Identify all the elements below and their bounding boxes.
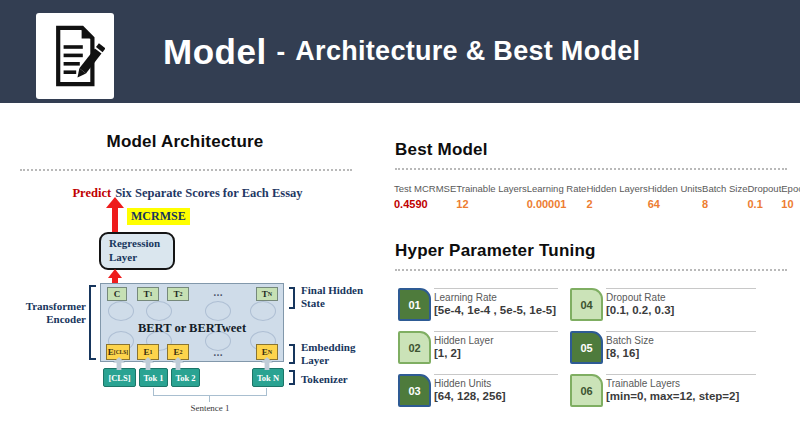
hidden-state-cell: T1 xyxy=(137,287,159,301)
tokenizer-label: Tokenizer xyxy=(301,373,379,386)
best-model-column: Trainable Layers 12 xyxy=(456,183,526,210)
hyper-item-rule xyxy=(434,288,558,289)
token-cell: [CLS] xyxy=(103,368,136,387)
hyper-item-values: [8, 16] xyxy=(606,347,756,359)
hyper-item-number: 05 xyxy=(570,331,603,364)
best-model-column: Hidden Units 64 xyxy=(648,183,702,210)
hyper-item-values: [1, 2] xyxy=(434,347,558,359)
best-model-heading: Best Model xyxy=(395,140,488,160)
cell-sub: [CLS] xyxy=(114,349,128,355)
network-node xyxy=(146,301,172,321)
best-model-divider xyxy=(395,168,787,170)
document-pencil-icon xyxy=(36,13,114,99)
bert-model-label: BERT or BERTweet xyxy=(100,321,284,336)
transformer-encoder-label: Transformer Encoder xyxy=(12,300,86,326)
predict-arrow-body xyxy=(112,207,118,234)
hyper-item: Dropout Rate [0.1, 0.2, 0.3] xyxy=(606,288,756,316)
hyper-item-values: [64, 128, 256] xyxy=(434,390,558,402)
slide-title-secondary: Architecture & Best Model xyxy=(295,36,640,67)
column-label: Dropout xyxy=(747,183,781,194)
hidden-state-cell: C xyxy=(107,287,127,301)
hyper-item-rule xyxy=(434,374,558,375)
hyper-item: Trainable Layers [min=0, max=12, step=2] xyxy=(606,374,756,402)
final-hidden-bracket xyxy=(289,287,295,309)
slide-title-separator: - xyxy=(277,36,286,67)
column-label: Trainable Layers xyxy=(456,183,526,194)
hyper-item-number: 01 xyxy=(398,288,431,321)
hyper-tuning-heading: Hyper Parameter Tuning xyxy=(395,241,596,261)
hyper-item-values: [0.1, 0.2, 0.3] xyxy=(606,304,756,316)
embedding-cell: E[CLS] xyxy=(106,344,130,360)
hidden-state-ellipsis: … xyxy=(202,287,234,298)
network-node xyxy=(250,301,276,321)
regression-layer-box: Regression Layer xyxy=(99,232,175,270)
embedding-layer-label: Embedding Layer xyxy=(301,341,379,367)
hidden-state-cell: TN xyxy=(256,287,278,301)
hidden-state-cell: T2 xyxy=(167,287,189,301)
hyper-item-values: [5e-4, 1e-4 , 5e-5, 1e-5] xyxy=(434,304,558,316)
hyper-item-number: 06 xyxy=(570,374,603,407)
column-label: Batch Size xyxy=(702,183,747,194)
best-model-column: Hidden Layers 2 xyxy=(586,183,647,210)
regression-layer-line2: Layer xyxy=(109,251,173,265)
hyper-item-label: Learning Rate xyxy=(434,292,558,303)
cell-text: C xyxy=(114,289,121,299)
hyper-item-rule xyxy=(434,331,558,332)
slide-title-primary: Model xyxy=(163,32,267,72)
predict-caption-text: Six Separate Scores for Each Essay xyxy=(115,186,302,200)
column-value: 12 xyxy=(456,198,526,210)
predict-caption: PredictSix Separate Scores for Each Essa… xyxy=(15,186,360,201)
column-label: Hidden Units xyxy=(648,183,702,194)
hyper-item-label: Batch Size xyxy=(606,335,756,346)
hyper-item-values: [min=0, max=12, step=2] xyxy=(606,390,756,402)
hyper-item-label: Hidden Units xyxy=(434,378,558,389)
hyper-item: Learning Rate [5e-4, 1e-4 , 5e-5, 1e-5] xyxy=(434,288,558,316)
embedding-ellipsis: … xyxy=(202,347,234,358)
column-value: 8 xyxy=(702,198,747,210)
sentence-label: Sentence 1 xyxy=(160,403,260,413)
regression-layer-line1: Regression xyxy=(109,237,173,251)
column-label: Test MCRMSE xyxy=(394,183,456,194)
column-label: Hidden Layers xyxy=(586,183,647,194)
embedding-bracket xyxy=(289,344,295,364)
mcrmse-badge: MCRMSE xyxy=(127,208,190,225)
hyper-tuning-divider xyxy=(395,269,787,271)
best-model-column: Batch Size 8 xyxy=(702,183,747,210)
sentence-connector xyxy=(153,388,267,396)
header-bar: Model - Architecture & Best Model xyxy=(0,0,800,103)
token-cell: Tok N xyxy=(252,368,284,387)
hyper-item-number: 03 xyxy=(398,374,431,407)
cell-sub: N xyxy=(268,291,272,297)
architecture-divider xyxy=(20,169,352,171)
column-value: 0.4590 xyxy=(394,198,456,210)
hyper-item: Hidden Units [64, 128, 256] xyxy=(434,374,558,402)
sentence-connector-tick xyxy=(209,396,210,402)
column-label: Epochs xyxy=(781,183,800,194)
cell-sub: 1 xyxy=(150,291,153,297)
hyper-item-rule xyxy=(606,288,756,289)
final-hidden-state-label: Final Hidden State xyxy=(301,284,379,310)
hyper-item-rule xyxy=(606,331,756,332)
cell-sub: 2 xyxy=(180,291,183,297)
best-model-column: Epochs 10 xyxy=(781,183,800,210)
hyper-item: Hidden Layer [1, 2] xyxy=(434,331,558,359)
column-label: Learning Rate xyxy=(527,183,587,194)
network-node xyxy=(205,301,231,321)
slide: Model - Architecture & Best Model Model … xyxy=(0,0,800,448)
slide-title: Model - Architecture & Best Model xyxy=(163,0,640,103)
best-model-column: Dropout 0.1 xyxy=(747,183,781,210)
column-value: 10 xyxy=(781,198,800,210)
cell-sub: 2 xyxy=(180,349,183,355)
hyper-item-number: 04 xyxy=(570,288,603,321)
encoder-bracket xyxy=(89,285,96,360)
hyper-item-rule xyxy=(606,374,756,375)
hyper-item: Batch Size [8, 16] xyxy=(606,331,756,359)
column-value: 64 xyxy=(648,198,702,210)
cell-sub: 1 xyxy=(150,349,153,355)
tokenizer-bracket xyxy=(289,370,295,385)
hyper-item-label: Dropout Rate xyxy=(606,292,756,303)
architecture-heading: Model Architecture xyxy=(15,132,355,152)
column-value: 2 xyxy=(586,198,647,210)
hyper-item-number: 02 xyxy=(398,331,431,364)
hyper-item-label: Trainable Layers xyxy=(606,378,756,389)
